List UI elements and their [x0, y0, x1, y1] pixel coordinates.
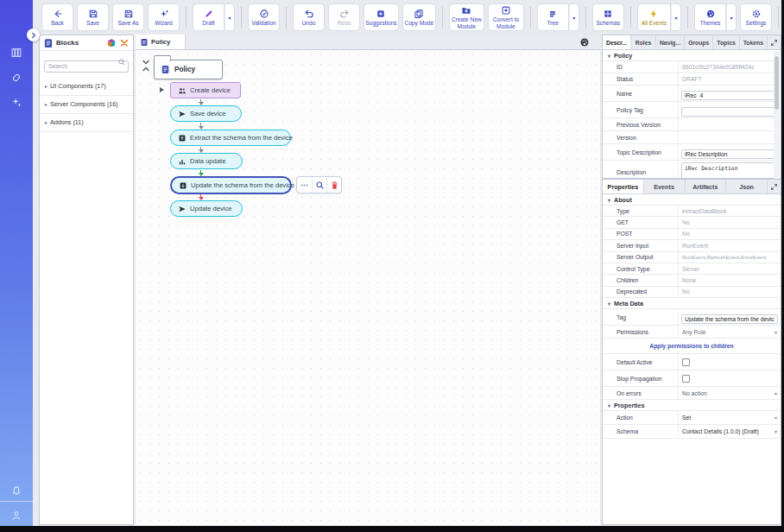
permissions-select[interactable]: Any Role [679, 329, 781, 335]
undo-label: Undo [302, 20, 316, 27]
tab-roles[interactable]: Roles [631, 35, 656, 49]
all-events-button[interactable]: All Events [637, 3, 671, 31]
bell-icon[interactable] [10, 484, 22, 496]
node-label: Update the schema from the device [191, 181, 294, 189]
node-save-device[interactable]: Save device [170, 105, 242, 122]
status-value: DRAFT [679, 76, 781, 82]
scrollbar-thumb[interactable] [775, 56, 779, 110]
canvas-theme-icon[interactable] [579, 37, 590, 48]
schemas-button[interactable]: Schemas [592, 3, 624, 31]
schema-select[interactable]: Contact Details (1.0.0) (Draft) [679, 428, 781, 434]
link-icon[interactable] [10, 72, 22, 84]
delete-node-button[interactable] [326, 177, 341, 193]
description-panel: Descr... Roles Navig... Groups Topics To… [602, 35, 781, 179]
search-node-button[interactable] [312, 177, 326, 193]
node-label: Extract the schema from the device [190, 134, 293, 142]
group-ui-components-label: UI Components (17) [50, 82, 106, 90]
tab-properties[interactable]: Properties [603, 180, 644, 193]
draft-status-button[interactable]: Draft [193, 3, 224, 31]
themes-dropdown-caret[interactable]: ▾ [726, 3, 737, 31]
events-dropdown-caret[interactable]: ▾ [671, 3, 681, 31]
tab-events[interactable]: Events [644, 180, 686, 193]
suggestions-button[interactable]: Suggestions [364, 3, 399, 31]
group-ui-components[interactable]: UI Components (17) [40, 78, 133, 96]
save-label: Save [86, 20, 99, 27]
apply-permissions-button[interactable]: Apply permissions to children [603, 339, 781, 354]
toolbar-separator [286, 7, 287, 28]
tab-topics[interactable]: Topics [713, 35, 739, 49]
tab-description[interactable]: Descr... [603, 35, 631, 49]
lightning-icon [648, 9, 659, 19]
section-policy[interactable]: Policy [603, 50, 781, 61]
node-extract-schema[interactable]: Extract the schema from the device [170, 130, 291, 146]
draft-dropdown-caret[interactable]: ▾ [224, 3, 235, 31]
canvas-grid[interactable]: Policy Create device Save device Extract… [136, 50, 600, 525]
themes-label: Themes [700, 20, 721, 27]
redo-button[interactable]: Redo [328, 3, 360, 31]
root-node-policy[interactable]: Policy [154, 60, 223, 79]
section-meta-data[interactable]: Meta Data [603, 298, 781, 309]
user-icon[interactable] [10, 510, 22, 522]
expand-sidebar-button[interactable] [27, 28, 40, 41]
on-errors-select[interactable]: No action [679, 390, 781, 396]
copy-mode-button[interactable]: Copy Mode [402, 3, 436, 31]
themes-button[interactable]: Themes [694, 3, 726, 31]
back-button[interactable]: Back [41, 3, 73, 31]
action-select[interactable]: Set [679, 415, 781, 421]
sparkles-icon[interactable] [10, 96, 22, 108]
search-input[interactable] [44, 60, 129, 73]
tools-icon[interactable] [119, 38, 130, 48]
name-field[interactable] [681, 91, 778, 100]
settings-button[interactable]: Settings [740, 3, 772, 31]
undo-button[interactable]: Undo [293, 3, 325, 31]
tree-dropdown-caret[interactable]: ▾ [569, 3, 579, 31]
check-circle-icon [259, 9, 269, 19]
default-active-checkbox[interactable] [682, 358, 690, 366]
tree-view-button[interactable]: Tree [537, 3, 569, 31]
undo-arrow-icon [304, 9, 314, 19]
create-new-module-button[interactable]: Create New Module [449, 3, 485, 31]
row-server-output: Server Output RunEvent,RefreshEvent,Erro… [603, 252, 781, 263]
tab-navigation[interactable]: Navig... [656, 35, 685, 49]
tab-json[interactable]: Json [726, 180, 768, 193]
validation-button[interactable]: Validation [248, 3, 280, 31]
save-as-button[interactable]: Save As [112, 3, 144, 31]
row-version: Version [603, 131, 781, 144]
blocks-panel-header: Blocks [40, 35, 133, 51]
expand-panel-icon[interactable] [768, 180, 781, 193]
toolbar-separator [687, 7, 688, 28]
group-server-components[interactable]: Server Components (16) [40, 96, 133, 114]
columns-icon[interactable] [10, 47, 22, 59]
save-button[interactable]: Save [77, 3, 109, 31]
modules-cube-icon[interactable] [106, 38, 117, 48]
convert-to-module-button[interactable]: Convert to Module [488, 3, 524, 31]
stop-propagation-checkbox[interactable] [682, 375, 690, 383]
tab-groups[interactable]: Groups [685, 35, 713, 49]
expand-panel-icon[interactable] [768, 35, 781, 49]
collapse-all-control[interactable] [141, 58, 151, 73]
node-label: Save device [190, 110, 225, 117]
policy-tag-field[interactable] [681, 107, 778, 117]
document-icon [140, 38, 149, 47]
node-create-device[interactable]: Create device [170, 82, 241, 98]
node-update-device[interactable]: Update device [170, 200, 243, 217]
floppy-icon [123, 9, 134, 19]
node-update-schema-selected[interactable]: Update the schema from the device [170, 176, 292, 194]
node-label: Data update [190, 157, 225, 165]
more-options-button[interactable]: ⋯ [297, 177, 312, 193]
collapse-branch-toggle[interactable] [160, 87, 167, 92]
group-addons[interactable]: Addons (11) [40, 114, 133, 132]
tab-artifacts[interactable]: Artifacts [686, 180, 727, 193]
row-action: Action Set [603, 411, 781, 425]
section-properties[interactable]: Properties [603, 400, 781, 411]
events-dropdown-group: All Events ▾ [637, 3, 681, 31]
tab-tokens[interactable]: Tokens [740, 35, 768, 49]
node-data-update[interactable]: Data update [170, 153, 243, 169]
flow-arrow-green [197, 170, 205, 176]
tab-policy[interactable]: Policy [136, 35, 186, 49]
section-about[interactable]: About [603, 194, 781, 206]
wizard-button[interactable]: Wizard [148, 3, 180, 31]
description-scrollbar[interactable] [774, 51, 780, 179]
topic-description-field[interactable] [681, 149, 778, 159]
tag-field[interactable] [681, 314, 778, 324]
